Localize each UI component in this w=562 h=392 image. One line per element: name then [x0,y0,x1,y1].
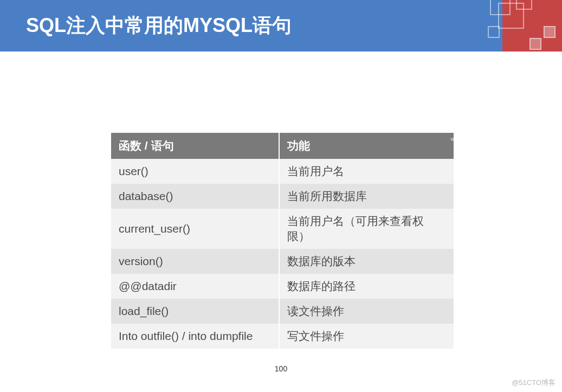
table-row: database() 当前所用数据库 [111,184,454,209]
cell-description: 当前所用数据库 [279,184,454,209]
cell-description: 数据库的路径 [279,274,454,299]
cell-description: 当前用户名（可用来查看权限） [279,209,454,249]
cell-description: 写文件操作 [279,324,454,349]
cell-function: load_file() [111,299,279,324]
page-number: 100 [275,364,287,373]
slide-header: SQL注入中常用的MYSQL语句 [0,0,562,52]
column-header-description: 功能 [279,133,454,159]
table-row: load_file() 读文件操作 [111,299,454,324]
cell-function: @@datadir [111,274,279,299]
square-icon [529,38,541,50]
slide-content: www.aqniukt.com 函数 / 语句 功能 user() 当前用户名 … [0,52,562,349]
cell-description: 数据库的版本 [279,249,454,274]
footer-watermark: @51CTO博客 [512,378,555,388]
mysql-functions-table: 函数 / 语句 功能 user() 当前用户名 database() 当前所用数… [111,133,454,349]
header-decoration [443,0,562,52]
watermark-text: www.aqniukt.com [450,136,497,142]
cell-function: database() [111,184,279,209]
table-row: version() 数据库的版本 [111,249,454,274]
table-header-row: 函数 / 语句 功能 [111,133,454,159]
cell-description: 读文件操作 [279,299,454,324]
cell-function: version() [111,249,279,274]
square-icon [516,0,532,10]
cell-function: Into outfile() / into dumpfile [111,324,279,349]
column-header-function: 函数 / 语句 [111,133,279,159]
table-row: current_user() 当前用户名（可用来查看权限） [111,209,454,249]
cell-function: current_user() [111,209,279,249]
cell-function: user() [111,159,279,184]
table-row: Into outfile() / into dumpfile 写文件操作 [111,324,454,349]
table-row: user() 当前用户名 [111,159,454,184]
page-title: SQL注入中常用的MYSQL语句 [26,12,292,39]
square-icon [544,26,555,38]
square-icon [488,26,500,38]
cell-description: 当前用户名 [279,159,454,184]
table-row: @@datadir 数据库的路径 [111,274,454,299]
